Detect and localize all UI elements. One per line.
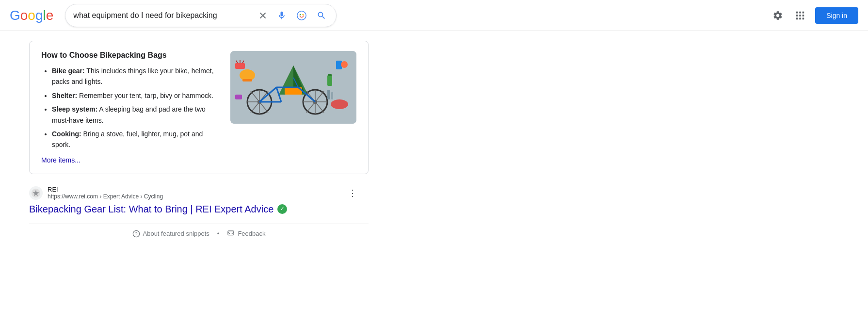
result-favicon — [29, 186, 43, 200]
about-snippets-label: About featured snippets — [143, 230, 209, 237]
result-title-link[interactable]: Bikepacking Gear List: What to Bring | R… — [29, 202, 359, 216]
search-bar[interactable]: what equipment do I need for bikepacking — [65, 4, 337, 27]
result-title-text: Bikepacking Gear List: What to Bring | R… — [29, 202, 273, 216]
feedback-label: Feedback — [238, 230, 265, 237]
apps-icon — [795, 10, 805, 21]
bottom-bar: ? About featured snippets • Feedback — [29, 224, 369, 244]
svg-rect-35 — [327, 75, 332, 86]
logo-letter-e: e — [46, 8, 54, 23]
rei-logo-icon — [31, 188, 41, 198]
search-icons — [257, 8, 328, 23]
dot-separator: • — [217, 230, 220, 237]
list-item-label: Sleep system: — [52, 105, 97, 113]
logo-letter-g2: g — [35, 8, 43, 23]
lens-search-button[interactable] — [294, 8, 309, 23]
search-button[interactable] — [315, 9, 328, 22]
google-logo: G o o g l e — [10, 8, 53, 23]
svg-rect-9 — [796, 17, 798, 19]
snippet-list: Bike gear: This includes things like you… — [41, 65, 215, 150]
list-item-label: Shelter: — [52, 92, 77, 99]
svg-rect-36 — [328, 74, 332, 76]
svg-point-2 — [303, 14, 304, 15]
svg-point-0 — [297, 11, 306, 19]
svg-rect-45 — [235, 63, 245, 69]
apps-button[interactable] — [793, 8, 807, 23]
svg-text:?: ? — [135, 231, 137, 236]
list-item-text: Remember your tent, tarp, bivy or hammoc… — [79, 92, 213, 99]
list-item-label: Bike gear: — [52, 67, 85, 75]
search-input[interactable]: what equipment do I need for bikepacking — [73, 11, 251, 20]
snippet-image — [230, 51, 356, 124]
featured-snippet: How to Choose Bikepacking Bags Bike gear… — [29, 41, 369, 174]
list-item: Shelter: Remember your tent, tarp, bivy … — [52, 90, 215, 101]
svg-rect-5 — [803, 11, 804, 13]
svg-rect-8 — [803, 15, 804, 16]
svg-rect-40 — [327, 90, 330, 99]
logo-letter-g: G — [10, 8, 20, 23]
sign-in-button[interactable]: Sign in — [815, 7, 858, 24]
logo-letter-o2: o — [28, 8, 35, 23]
svg-rect-44 — [235, 95, 242, 99]
snippet-content: How to Choose Bikepacking Bags Bike gear… — [41, 51, 215, 164]
snippet-title: How to Choose Bikepacking Bags — [41, 51, 215, 60]
svg-rect-39 — [242, 79, 252, 81]
header: G o o g l e what equipment do I need for… — [0, 0, 868, 31]
svg-point-43 — [341, 61, 348, 68]
search-icon — [317, 11, 326, 20]
clear-search-button[interactable] — [257, 9, 269, 22]
feedback-link[interactable]: Feedback — [227, 230, 265, 238]
svg-rect-7 — [799, 15, 801, 16]
svg-rect-11 — [803, 17, 804, 19]
more-items-link[interactable]: More items... — [41, 156, 80, 164]
logo-letter-o1: o — [20, 8, 28, 23]
result-more-button[interactable]: ⋮ — [346, 186, 359, 200]
lens-icon — [296, 10, 307, 21]
result-site-name: REI — [48, 186, 163, 193]
svg-point-1 — [300, 14, 301, 15]
about-snippets-link[interactable]: ? About featured snippets — [132, 230, 209, 238]
settings-button[interactable] — [771, 8, 785, 23]
list-item-label: Cooking: — [52, 130, 81, 138]
result-domain-info: REI https://www.rei.com › Expert Advice … — [48, 186, 163, 200]
svg-rect-6 — [796, 15, 798, 16]
list-item: Cooking: Bring a stove, fuel, lighter, m… — [52, 129, 215, 150]
search-result: REI https://www.rei.com › Expert Advice … — [29, 186, 359, 216]
gear-icon — [772, 10, 783, 21]
header-right: Sign in — [771, 7, 858, 24]
svg-rect-4 — [799, 11, 801, 13]
svg-rect-10 — [799, 17, 801, 19]
verified-badge: ✓ — [277, 204, 287, 214]
microphone-icon — [277, 11, 287, 20]
result-source: REI https://www.rei.com › Expert Advice … — [29, 186, 359, 200]
close-icon — [258, 11, 267, 20]
svg-rect-3 — [796, 11, 798, 13]
feedback-icon — [227, 230, 235, 238]
gear-illustration-svg — [230, 51, 356, 124]
voice-search-button[interactable] — [275, 9, 289, 22]
question-icon: ? — [132, 230, 140, 238]
svg-point-37 — [331, 99, 348, 109]
svg-rect-41 — [331, 92, 333, 99]
main-content: How to Choose Bikepacking Bags Bike gear… — [0, 31, 485, 253]
list-item: Sleep system: A sleeping bag and pad are… — [52, 104, 215, 126]
result-url: https://www.rei.com › Expert Advice › Cy… — [48, 193, 163, 200]
list-item: Bike gear: This includes things like you… — [52, 65, 215, 87]
